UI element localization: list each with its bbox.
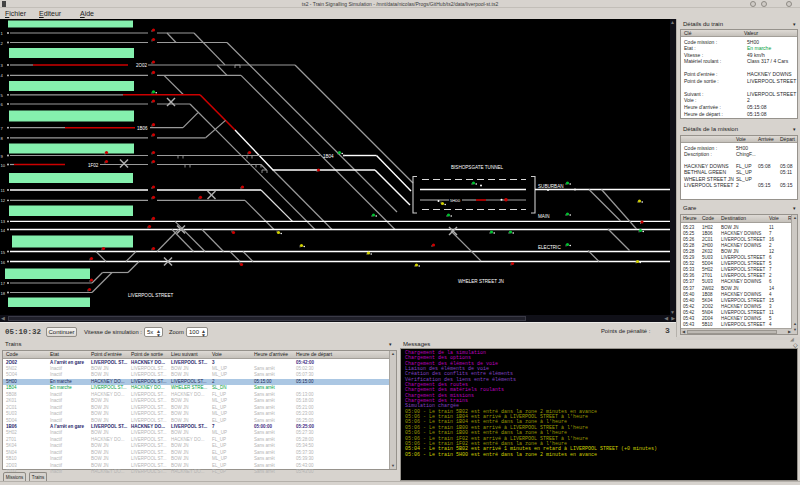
svg-text:15: 15 <box>1 250 6 255</box>
svg-text:16: 16 <box>1 260 6 265</box>
svg-text:18: 18 <box>1 291 6 296</box>
svg-text:13: 13 <box>1 219 6 224</box>
svg-text:SUBURBAN: SUBURBAN <box>538 184 564 189</box>
svg-text:10: 10 <box>1 163 6 168</box>
svg-text:ELECTRIC: ELECTRIC <box>538 245 561 250</box>
svg-text:14: 14 <box>1 228 6 233</box>
svg-text:12: 12 <box>1 198 6 203</box>
svg-text:17: 17 <box>1 281 6 286</box>
svg-text:MAIN: MAIN <box>538 214 549 219</box>
svg-text:1F02: 1F02 <box>88 163 99 168</box>
svg-text:11: 11 <box>1 188 6 193</box>
svg-text:5H00: 5H00 <box>450 198 461 203</box>
svg-text:1B06: 1B06 <box>137 126 148 131</box>
svg-text:2O02: 2O02 <box>136 63 148 68</box>
svg-text:BISHOPSGATE TUNNEL: BISHOPSGATE TUNNEL <box>451 165 504 170</box>
svg-text:WHELER STREET JN: WHELER STREET JN <box>458 279 504 284</box>
svg-text:1B04: 1B04 <box>323 154 334 159</box>
svg-text:LIVERPOOL STREET: LIVERPOOL STREET <box>128 293 173 298</box>
